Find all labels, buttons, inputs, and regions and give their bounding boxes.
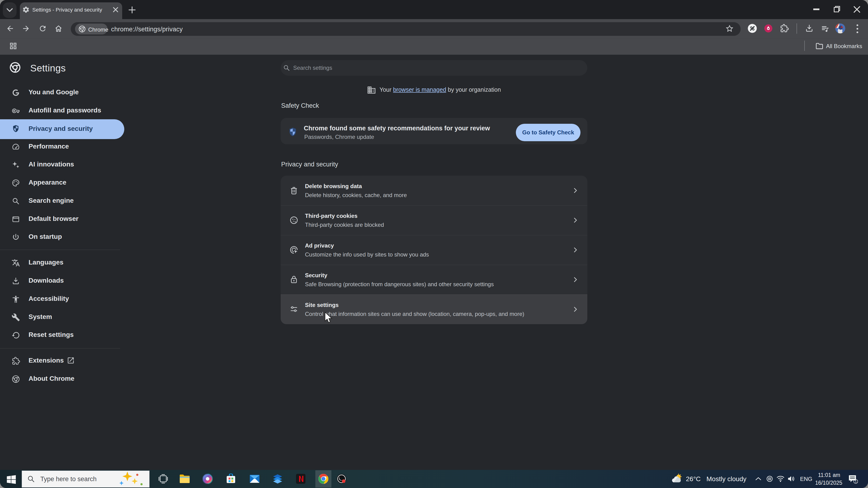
svg-text:1: 1 bbox=[855, 480, 857, 483]
